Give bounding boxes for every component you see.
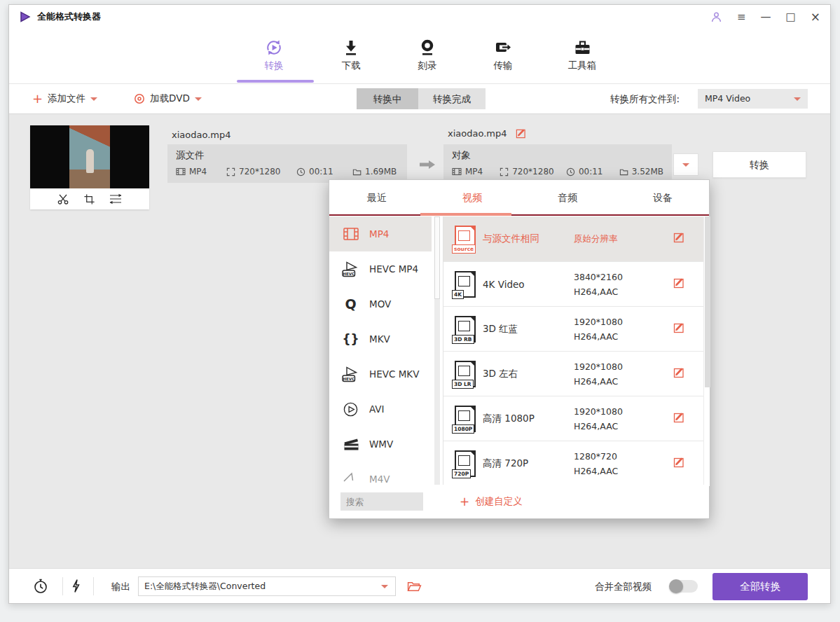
source-duration: 00:11: [309, 167, 333, 177]
popup-tab-audio[interactable]: 音频: [520, 180, 615, 215]
preset-row-3d-lr[interactable]: 3D LR 3D 左右 1920*1080H264,AAC: [443, 352, 703, 396]
source-box-label: 源文件: [176, 149, 399, 162]
scrollbar-track[interactable]: [434, 216, 440, 486]
preset-row-720p[interactable]: 720P 高清 720P 1280*720H264,AAC: [443, 441, 703, 486]
minimize-icon[interactable]: —: [761, 12, 771, 22]
menu-icon[interactable]: ≡: [737, 12, 746, 22]
target-info-box: 对象 MP4 720*1280 00:11 3.52MB: [443, 144, 672, 183]
format-item-m4v[interactable]: M4V: [329, 462, 432, 486]
format-item-avi[interactable]: AVI: [329, 392, 432, 427]
nav-tab-transfer[interactable]: 传输: [471, 36, 535, 72]
format-item-mov[interactable]: Q MOV: [329, 286, 432, 322]
edit-preset-icon[interactable]: [673, 412, 684, 426]
user-icon[interactable]: [710, 11, 722, 23]
preset-codec: H264,AAC: [574, 464, 618, 478]
popup-tab-video[interactable]: 视频: [425, 180, 520, 215]
edit-preset-icon[interactable]: [673, 322, 684, 336]
nav-tab-download[interactable]: 下载: [319, 36, 383, 72]
preset-row-4k[interactable]: 4K 4K Video 3840*2160H264,AAC: [443, 262, 703, 307]
chevron-down-icon: [90, 97, 97, 101]
source-size: 1.69MB: [365, 167, 397, 177]
app-title: 全能格式转换器: [37, 5, 101, 29]
output-format-select[interactable]: MP4 Video: [698, 89, 808, 109]
scrollbar-thumb[interactable]: [705, 216, 710, 387]
source-info-box: 源文件 MP4 720*1280 00:11 1.69MB: [167, 144, 407, 183]
divider: [62, 577, 63, 595]
preset-badge: 720P: [452, 469, 471, 478]
add-files-button[interactable]: + 添加文件: [32, 84, 97, 113]
target-duration: 00:11: [579, 167, 603, 177]
preset-name: 高清 1080P: [483, 413, 572, 425]
rename-edit-icon[interactable]: [516, 128, 526, 141]
app-window: 全能格式转换器 ≡ — □ × 转换 下载 刻录: [8, 4, 831, 604]
preset-file-icon: source: [455, 226, 476, 252]
preset-file-icon: 4K: [455, 271, 476, 298]
main-nav: 转换 下载 刻录 传输 工具箱: [9, 29, 830, 84]
preset-resolution: 1920*1080: [574, 359, 623, 373]
nav-tab-toolbox[interactable]: 工具箱: [551, 36, 614, 72]
format-item-hevc-mp4[interactable]: HEVC HEVC MP4: [329, 251, 432, 286]
trim-scissors-icon[interactable]: [57, 193, 69, 205]
preset-row-3d-rb[interactable]: 3D RB 3D 红蓝 1920*1080H264,AAC: [443, 307, 703, 352]
preset-row-1080p[interactable]: 1080P 高清 1080P 1920*1080H264,AAC: [443, 396, 703, 441]
format-label: MOV: [369, 298, 391, 310]
convert-button[interactable]: 转换: [712, 151, 806, 178]
merge-toggle[interactable]: [670, 580, 698, 593]
preset-resolution: 1920*1080: [574, 314, 623, 329]
edit-preset-icon[interactable]: [673, 367, 684, 381]
app-logo-icon: [20, 11, 31, 22]
format-list-scrollbar: [432, 216, 443, 486]
format-item-mkv[interactable]: {} MKV: [329, 322, 432, 357]
nav-tab-burn[interactable]: 刻录: [396, 36, 459, 72]
edit-preset-icon[interactable]: [673, 232, 684, 246]
toolbox-icon: [551, 36, 614, 60]
mp4-film-icon: [341, 225, 360, 243]
schedule-alarm-icon[interactable]: [32, 578, 49, 595]
edit-preset-icon[interactable]: [673, 277, 684, 291]
search-input[interactable]: [340, 492, 423, 511]
play-circle-icon: [341, 400, 360, 418]
scrollbar-thumb[interactable]: [434, 216, 440, 299]
load-dvd-button[interactable]: 加载DVD: [134, 84, 202, 113]
preset-list-scrollbar[interactable]: [703, 216, 710, 486]
create-custom-button[interactable]: + 创建自定义: [460, 485, 523, 518]
target-format-dropdown-button[interactable]: [673, 153, 698, 176]
high-speed-bolt-icon[interactable]: [71, 579, 81, 593]
popup-tab-recent[interactable]: 最近: [329, 180, 425, 215]
nav-tab-convert[interactable]: 转换: [242, 36, 305, 72]
open-folder-icon[interactable]: [407, 581, 422, 593]
format-item-wmv[interactable]: WMV: [329, 427, 432, 462]
format-label: HEVC MP4: [369, 263, 418, 275]
format-item-mp4[interactable]: MP4: [329, 216, 432, 251]
preset-row-same-as-source[interactable]: source 与源文件相同 原始分辨率: [443, 216, 703, 262]
format-item-hevc-mkv[interactable]: HEVC HEVC MKV: [329, 357, 432, 392]
preset-list: source 与源文件相同 原始分辨率 4K 4K Video 3840*216…: [443, 216, 703, 486]
video-thumbnail[interactable]: [30, 125, 149, 188]
crop-icon[interactable]: [83, 193, 95, 205]
output-path-select[interactable]: E:\全能格式转换器\Converted: [138, 576, 396, 596]
preset-name: 3D 红蓝: [483, 323, 572, 336]
preset-badge: 4K: [452, 290, 464, 299]
hevc-play-icon: HEVC: [341, 365, 360, 383]
popup-tab-device[interactable]: 设备: [615, 180, 710, 215]
tab-converting[interactable]: 转换中: [357, 88, 418, 109]
format-label: AVI: [369, 403, 385, 415]
preset-codec: H264,AAC: [574, 284, 623, 299]
target-box-label: 对象: [452, 149, 663, 162]
tab-completed[interactable]: 转换完成: [418, 88, 486, 109]
preset-codec: H264,AAC: [574, 329, 623, 344]
effects-sliders-icon[interactable]: [109, 193, 123, 205]
format-list: MP4 HEVC HEVC MP4 Q MOV {} MKV HEVC HEVC…: [329, 216, 432, 486]
preset-name: 高清 720P: [483, 457, 572, 470]
file-list-area: xiaodao.mp4 源文件 MP4 720*1280 00:11 1.69M…: [9, 114, 830, 569]
chevron-down-icon: [682, 163, 689, 167]
hevc-play-icon: HEVC: [341, 260, 360, 278]
clock-icon: [566, 167, 575, 177]
edit-preset-icon[interactable]: [673, 457, 684, 471]
maximize-icon[interactable]: □: [786, 12, 796, 22]
target-filename: xiaodao.mp4: [448, 128, 507, 139]
add-files-label: 添加文件: [48, 92, 85, 105]
close-icon[interactable]: ×: [811, 11, 820, 23]
convert-all-button[interactable]: 全部转换: [712, 573, 808, 600]
target-meta-row: MP4 720*1280 00:11 3.52MB: [452, 167, 663, 177]
